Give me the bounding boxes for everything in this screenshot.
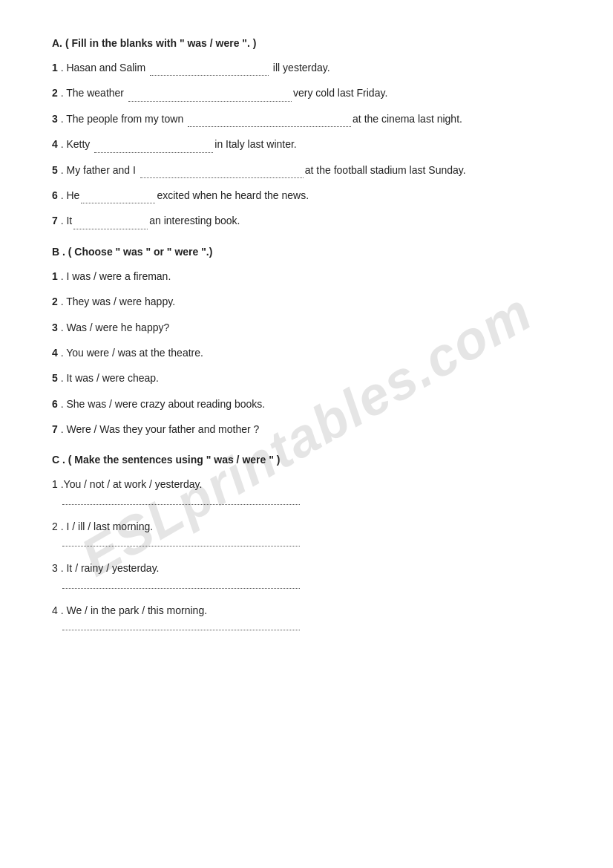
item-number: 7: [52, 423, 58, 435]
list-item: 1 . I was / were a fireman.: [52, 268, 568, 284]
item-number: 5: [52, 372, 58, 384]
item-text: . You were / was at the theatre.: [61, 347, 203, 359]
item-text: .You / not / at work / yesterday.: [61, 478, 203, 490]
list-item: 1 .You / not / at work / yesterday.: [52, 476, 568, 504]
list-item: 6 . Heexcited when he heard the news.: [52, 187, 568, 203]
item-prompt: 1 .You / not / at work / yesterday.: [52, 476, 568, 492]
item-text: at the cinema last night.: [353, 113, 462, 125]
item-text: . I / ill / last morning.: [61, 521, 153, 532]
answer-line: [62, 621, 300, 630]
item-number: 4: [52, 347, 58, 359]
item-number: 2: [52, 296, 58, 307]
item-number: 3: [52, 562, 58, 574]
blank-line: [94, 152, 213, 153]
answer-line: [62, 496, 300, 505]
item-text: . Were / Was they your father and mother…: [61, 423, 260, 435]
item-text: . They was / were happy.: [61, 296, 175, 307]
item-prompt: 3 . It / rainy / yesterday.: [52, 560, 568, 576]
item-number: 3: [52, 113, 58, 125]
item-text: . He: [61, 189, 80, 201]
answer-line: [62, 538, 300, 546]
list-item: 1 . Hasan and Salim ill yesterday.: [52, 59, 568, 76]
list-item: 4 . We / in the park / this morning.: [52, 602, 568, 630]
item-text: . My father and I: [61, 164, 139, 176]
item-text: . Hasan and Salim: [61, 62, 148, 74]
list-item: 5 . My father and I at the football stad…: [52, 162, 568, 178]
item-text: . She was / were crazy about reading boo…: [61, 398, 265, 410]
blank-line: [81, 203, 155, 203]
item-number: 2: [52, 87, 58, 99]
item-number: 1: [52, 62, 58, 74]
item-text: an interesting book.: [149, 215, 240, 226]
item-number: 4: [52, 604, 58, 616]
list-item: 4 . You were / was at the theatre.: [52, 345, 568, 361]
list-item: 2 . The weather very cold last Friday.: [52, 85, 568, 101]
item-number: 6: [52, 398, 58, 410]
blank-line: [188, 126, 351, 127]
content: A. ( Fill in the blanks with " was / wer…: [52, 37, 568, 630]
list-item: 3 . It / rainy / yesterday.: [52, 560, 568, 588]
section-c: C . ( Make the sentences using " was / w…: [52, 454, 568, 630]
blank-line: [73, 229, 148, 229]
item-text: ill yesterday.: [270, 62, 330, 74]
item-prompt: 4 . We / in the park / this morning.: [52, 602, 568, 619]
item-text: . We / in the park / this morning.: [61, 604, 207, 616]
item-text: . Was / were he happy?: [61, 322, 170, 333]
page: ESLprintables.com A. ( Fill in the blank…: [0, 0, 613, 868]
list-item: 2 . They was / were happy.: [52, 293, 568, 310]
answer-line: [62, 580, 300, 589]
item-number: 7: [52, 215, 58, 226]
item-prompt: 2 . I / ill / last morning.: [52, 518, 568, 535]
section-b-title: B . ( Choose " was " or " were ".): [52, 246, 568, 258]
item-number: 4: [52, 138, 58, 150]
blank-line: [150, 75, 269, 76]
list-item: 5 . It was / were cheap.: [52, 370, 568, 386]
blank-line: [140, 177, 304, 178]
item-text: excited when he heard the news.: [157, 189, 309, 201]
item-number: 1: [52, 478, 58, 490]
item-text: . The people from my town: [61, 113, 186, 125]
section-a-title: A. ( Fill in the blanks with " was / wer…: [52, 37, 568, 49]
item-text: in Italy last winter.: [214, 138, 297, 150]
item-number: 6: [52, 189, 58, 201]
list-item: 7 . Itan interesting book.: [52, 212, 568, 229]
list-item: 3 . The people from my town at the cinem…: [52, 111, 568, 127]
item-number: 3: [52, 322, 58, 333]
item-text: very cold last Friday.: [293, 87, 387, 99]
item-text: . The weather: [61, 87, 127, 99]
item-number: 1: [52, 270, 58, 282]
item-text: at the football stadium last Sunday.: [305, 164, 466, 176]
item-text: . It / rainy / yesterday.: [61, 562, 160, 574]
list-item: 4 . Ketty in Italy last winter.: [52, 136, 568, 152]
list-item: 7 . Were / Was they your father and moth…: [52, 421, 568, 437]
item-number: 2: [52, 521, 58, 532]
item-text: . Ketty: [61, 138, 94, 150]
item-text: . It: [61, 215, 73, 226]
blank-line: [128, 101, 292, 102]
section-a: A. ( Fill in the blanks with " was / wer…: [52, 37, 568, 229]
item-number: 5: [52, 164, 58, 176]
item-text: . I was / were a fireman.: [61, 270, 171, 282]
section-c-title: C . ( Make the sentences using " was / w…: [52, 454, 568, 466]
list-item: 6 . She was / were crazy about reading b…: [52, 396, 568, 412]
item-text: . It was / were cheap.: [61, 372, 159, 384]
list-item: 3 . Was / were he happy?: [52, 319, 568, 336]
section-b: B . ( Choose " was " or " were ".) 1 . I…: [52, 246, 568, 438]
list-item: 2 . I / ill / last morning.: [52, 518, 568, 546]
